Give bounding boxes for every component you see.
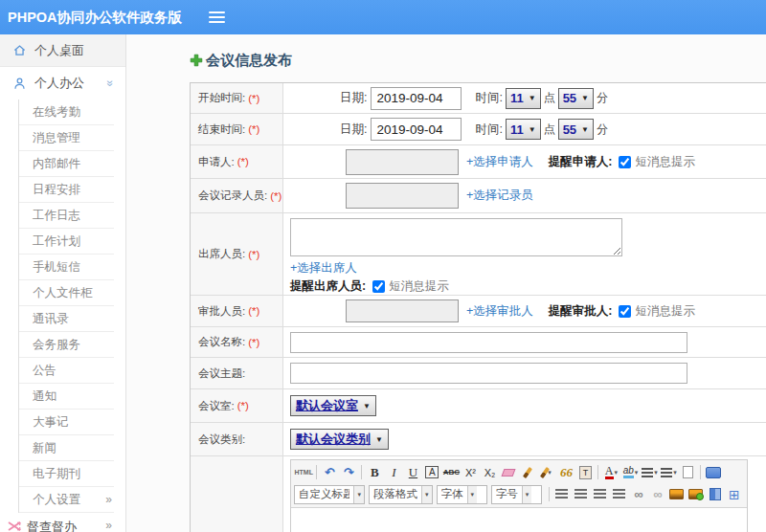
subscript-icon[interactable]: X₂ (481, 463, 499, 481)
chevron-double-right-icon: » (105, 519, 112, 532)
align-center-icon[interactable] (572, 485, 590, 503)
sms-remind-label: 短消息提示 (635, 303, 695, 320)
field-label: 会议名称: (*) (191, 327, 283, 357)
sidebar-sub-item[interactable]: 个人设置» (19, 487, 114, 513)
field-label-text: 开始时间: (198, 91, 245, 105)
sidebar-sub-item[interactable]: 公告 (19, 358, 114, 384)
sidebar-item-supervision[interactable]: 督查督办 » (0, 513, 125, 532)
subscript-icon: X₂ (484, 467, 496, 478)
sms-remind-checkbox[interactable] (619, 156, 631, 168)
sidebar: 个人桌面 个人办公 » 在线考勤消息管理内部邮件日程安排工作日志工作计划手机短信… (0, 34, 126, 532)
meeting-category-select[interactable]: 默认会议类别▼ (290, 429, 389, 450)
form-row-end-time: 结束时间: (*) 日期: 时间: 11▼ 点 55▼ 分 (191, 114, 766, 145)
unordered-list-icon[interactable]: ▾ (660, 463, 678, 481)
sidebar-sub-item[interactable]: 工作计划 (19, 229, 114, 255)
sidebar-sub-item[interactable]: 个人文件柜 (19, 280, 114, 306)
sidebar-sub-item[interactable]: 在线考勤 (19, 100, 114, 125)
align-right-icon[interactable] (591, 485, 609, 503)
toolbar-separator (700, 465, 701, 479)
pick-attendees-link[interactable]: +选择出席人 (290, 260, 357, 277)
required-marker: (*) (237, 400, 249, 411)
field-label (191, 456, 283, 532)
font-border-icon[interactable]: A (423, 463, 441, 481)
editor-content-area[interactable] (291, 508, 747, 532)
font-size-select[interactable]: 字号▾ (491, 485, 542, 504)
sms-remind-checkbox[interactable] (619, 305, 631, 318)
heading-style-select[interactable]: 自定义标题▾ (294, 485, 365, 504)
sidebar-sub-item[interactable]: 通讯录 (19, 306, 114, 332)
insert-image-icon[interactable] (687, 485, 705, 503)
approver-input[interactable] (346, 299, 459, 322)
format-brush-icon[interactable] (519, 463, 537, 481)
time-label: 时间: (475, 122, 502, 138)
start-minute-select[interactable]: 55▼ (558, 88, 594, 109)
eraser-icon[interactable] (500, 463, 518, 481)
font-family-select[interactable]: 字体▾ (437, 485, 487, 504)
sidebar-item-personal-office[interactable]: 个人办公 » (0, 67, 125, 100)
sidebar-item-personal-desktop[interactable]: 个人桌面 (0, 34, 125, 67)
sidebar-item-label: 工作计划 (33, 234, 80, 248)
sms-remind-checkbox[interactable] (372, 280, 385, 293)
redo-icon[interactable]: ↷ (340, 463, 358, 481)
table-icon[interactable]: ⊞ (725, 485, 743, 503)
meeting-subject-input[interactable] (290, 363, 687, 384)
paste-text-icon[interactable]: T (576, 463, 595, 481)
paragraph-format-select[interactable]: 段落格式▾ (369, 485, 433, 504)
pick-applicant-link[interactable]: +选择申请人 (466, 154, 533, 170)
required-marker: (*) (248, 305, 259, 317)
end-hour-select[interactable]: 11▼ (506, 119, 541, 140)
start-hour-select[interactable]: 11▼ (506, 88, 541, 109)
applicant-input[interactable] (346, 149, 459, 175)
meeting-room-select[interactable]: 默认会议室▼ (290, 395, 376, 416)
new-page-icon[interactable] (679, 463, 697, 481)
html-source-button[interactable]: HTML (295, 463, 313, 481)
paint-format-icon[interactable]: ▾ (538, 463, 556, 481)
align-left-icon (555, 489, 568, 499)
start-date-input[interactable] (371, 87, 462, 110)
unlink-icon[interactable]: ∞ (648, 485, 666, 503)
time-label: 时间: (475, 90, 502, 106)
form-row-meeting-category: 会议类别: 默认会议类别▼ (191, 423, 766, 456)
hour-value: 11 (510, 122, 524, 137)
media-icon[interactable] (706, 485, 724, 503)
sidebar-sub-item[interactable]: 新闻 (19, 435, 114, 461)
superscript-icon[interactable]: X² (462, 463, 480, 481)
blockquote-icon[interactable]: 66 (557, 463, 575, 481)
sidebar-sub-item[interactable]: 通知 (19, 384, 114, 410)
sidebar-sub-item[interactable]: 大事记 (19, 410, 114, 435)
sidebar-sub-item[interactable]: 会务服务 (19, 332, 114, 358)
undo-icon[interactable]: ↶ (321, 463, 339, 481)
ordered-list-icon[interactable]: ▾ (641, 463, 659, 481)
menu-icon[interactable] (209, 11, 225, 23)
pick-recorder-link[interactable]: +选择记录员 (466, 188, 533, 204)
image-icon[interactable] (667, 485, 686, 503)
redo-icon: ↷ (344, 465, 354, 479)
bold-icon[interactable]: B (366, 463, 384, 481)
sidebar-sub-item[interactable]: 工作日志 (19, 203, 114, 229)
sidebar-sub-item[interactable]: 日程安排 (19, 177, 114, 203)
font-color-icon[interactable]: A▾ (602, 463, 620, 481)
end-minute-select[interactable]: 55▼ (558, 119, 594, 140)
dropdown-arrow-icon: ▾ (467, 486, 478, 503)
highlight-icon[interactable]: ab▾ (621, 463, 640, 481)
meeting-name-input[interactable] (290, 332, 687, 353)
align-left-icon[interactable] (552, 485, 571, 503)
recorder-input[interactable] (346, 183, 459, 209)
sidebar-item-label: 消息管理 (33, 131, 80, 144)
sidebar-sub-item[interactable]: 内部邮件 (19, 151, 114, 177)
sidebar-sub-item[interactable]: 消息管理 (19, 125, 114, 151)
end-date-input[interactable] (371, 118, 462, 141)
align-justify-icon[interactable] (610, 485, 628, 503)
date-label: 日期: (340, 90, 367, 106)
attendees-textarea[interactable] (290, 218, 622, 256)
underline-icon[interactable]: U (404, 463, 422, 481)
strikethrough-icon: ABC (443, 468, 460, 477)
pick-approver-link[interactable]: +选择审批人 (466, 303, 533, 320)
fullscreen-icon[interactable] (705, 463, 723, 481)
link-icon[interactable]: ∞ (629, 485, 647, 503)
sidebar-sub-item[interactable]: 手机短信 (19, 255, 114, 280)
italic-icon[interactable]: I (385, 463, 403, 481)
minute-unit-label: 分 (597, 122, 608, 138)
strikethrough-icon[interactable]: ABC (442, 463, 461, 481)
sidebar-sub-item[interactable]: 电子期刊 (19, 461, 114, 487)
